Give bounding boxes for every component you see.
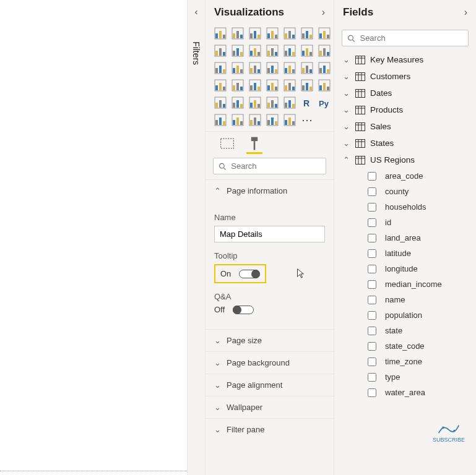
field-checkbox[interactable] xyxy=(368,342,376,351)
viz-qa-visual[interactable] xyxy=(230,113,245,127)
viz-narrative[interactable] xyxy=(248,113,262,127)
field-checkbox[interactable] xyxy=(368,311,376,320)
svg-rect-58 xyxy=(223,69,225,73)
viz-treemap[interactable] xyxy=(248,61,262,75)
table-key-measures[interactable]: ⌄ Key Measures xyxy=(334,51,476,68)
viz-kpi[interactable] xyxy=(282,78,297,93)
viz-matrix2[interactable] xyxy=(248,95,262,110)
viz-line[interactable] xyxy=(213,43,228,58)
viz-line-col2[interactable] xyxy=(282,43,297,58)
viz-map[interactable] xyxy=(213,78,228,93)
fields-search-input[interactable] xyxy=(360,33,463,43)
field-checkbox[interactable] xyxy=(368,327,376,335)
viz-table-viz[interactable] xyxy=(317,78,332,93)
field-checkbox[interactable] xyxy=(368,265,376,273)
section-filter-pane[interactable]: ⌄ Filter pane xyxy=(206,418,334,440)
section-page-background[interactable]: ⌄ Page background xyxy=(206,351,334,374)
field-latitude[interactable]: latitude xyxy=(349,246,476,261)
viz-card[interactable] xyxy=(317,61,332,75)
viz-stacked-bar-h[interactable] xyxy=(248,26,262,41)
table-us-regions[interactable]: ⌃ US Regions xyxy=(334,152,476,168)
section-page-information[interactable]: ⌃ Page information xyxy=(206,179,334,202)
viz-stacked-col[interactable] xyxy=(282,26,297,41)
table-states[interactable]: ⌄ States xyxy=(334,135,476,152)
viz-clustered-col[interactable] xyxy=(300,26,314,41)
field-area_code[interactable]: area_code xyxy=(349,168,476,184)
viz-paginated[interactable] xyxy=(265,113,280,127)
viz-stacked-bar[interactable] xyxy=(213,26,228,41)
field-state_code[interactable]: state_code xyxy=(349,338,476,354)
viz-search-input[interactable] xyxy=(231,161,321,171)
viz-multi-card[interactable] xyxy=(300,78,314,93)
viz-r-visual[interactable]: R xyxy=(300,95,314,110)
collapse-fields-icon[interactable]: › xyxy=(464,7,467,18)
field-households[interactable]: households xyxy=(349,199,476,215)
field-time_zone[interactable]: time_zone xyxy=(349,354,476,369)
viz-clustered-bar-h[interactable] xyxy=(265,26,280,41)
viz-waterfall[interactable] xyxy=(317,43,332,58)
viz-py-visual[interactable]: Py xyxy=(317,95,332,110)
tab-format[interactable] xyxy=(246,135,262,152)
field-checkbox[interactable] xyxy=(368,388,376,397)
viz-gauge[interactable] xyxy=(300,61,314,75)
field-water_area[interactable]: water_area xyxy=(349,385,476,400)
viz-funnel[interactable] xyxy=(230,61,245,75)
viz-filled-map[interactable] xyxy=(230,78,245,93)
field-checkbox[interactable] xyxy=(368,296,376,304)
field-county[interactable]: county xyxy=(349,184,476,199)
viz-slicer[interactable] xyxy=(265,78,280,93)
viz-donut[interactable] xyxy=(282,61,297,75)
field-checkbox[interactable] xyxy=(368,357,376,366)
section-wallpaper[interactable]: ⌄ Wallpaper xyxy=(206,396,334,418)
report-canvas[interactable] xyxy=(0,0,187,475)
viz-clustered-bar[interactable] xyxy=(230,26,245,41)
table-dates[interactable]: ⌄ Dates xyxy=(334,85,476,101)
page-name-input[interactable] xyxy=(214,226,325,242)
viz-pie[interactable] xyxy=(265,61,280,75)
viz-get-more[interactable] xyxy=(282,113,297,127)
field-checkbox[interactable] xyxy=(368,172,376,181)
field-population[interactable]: population xyxy=(349,307,476,323)
viz-matrix[interactable] xyxy=(213,95,228,110)
field-checkbox[interactable] xyxy=(368,203,376,212)
field-land_area[interactable]: land_area xyxy=(349,230,476,246)
viz-ribbon[interactable] xyxy=(300,43,314,58)
viz-decomp[interactable] xyxy=(282,95,297,110)
filters-pane-collapsed[interactable]: ‹ Filters xyxy=(187,0,206,475)
table-products[interactable]: ⌄ Products xyxy=(334,101,476,118)
field-id[interactable]: id xyxy=(349,215,476,230)
viz-table[interactable] xyxy=(230,95,245,110)
field-name[interactable]: name xyxy=(349,292,476,307)
viz-area[interactable] xyxy=(230,43,245,58)
field-checkbox[interactable] xyxy=(368,234,376,242)
fields-search[interactable] xyxy=(342,30,469,46)
chevron-down-icon: ⌄ xyxy=(343,72,350,81)
viz-matrix3[interactable] xyxy=(265,95,280,110)
field-longitude[interactable]: longitude xyxy=(349,261,476,276)
section-page-size[interactable]: ⌄ Page size xyxy=(206,329,334,351)
section-page-alignment[interactable]: ⌄ Page alignment xyxy=(206,374,334,396)
field-checkbox[interactable] xyxy=(368,187,376,196)
viz-arcgis[interactable] xyxy=(248,78,262,93)
table-sales[interactable]: ⌄ Sales xyxy=(334,118,476,135)
viz-search[interactable] xyxy=(213,158,326,174)
field-checkbox[interactable] xyxy=(368,373,376,382)
field-median_income[interactable]: median_income xyxy=(349,276,476,292)
field-checkbox[interactable] xyxy=(368,218,376,227)
field-type[interactable]: type xyxy=(349,369,476,385)
viz-key-influencers[interactable] xyxy=(213,113,228,127)
field-checkbox[interactable] xyxy=(368,280,376,289)
table-customers[interactable]: ⌄ Customers xyxy=(334,68,476,85)
collapse-viz-icon[interactable]: › xyxy=(322,7,325,18)
viz-line-col[interactable] xyxy=(265,43,280,58)
tab-fields[interactable] xyxy=(219,135,235,152)
field-checkbox[interactable] xyxy=(368,249,376,258)
expand-filters-icon[interactable]: ‹ xyxy=(195,6,198,17)
viz-stacked-col-100[interactable] xyxy=(317,26,332,41)
viz-stacked-area[interactable] xyxy=(248,43,262,58)
tooltip-toggle[interactable] xyxy=(239,270,260,278)
qa-toggle[interactable] xyxy=(233,306,254,314)
viz-scatter[interactable] xyxy=(213,61,228,75)
more-visuals[interactable]: ⋯ xyxy=(300,113,314,127)
field-state[interactable]: state xyxy=(349,323,476,338)
